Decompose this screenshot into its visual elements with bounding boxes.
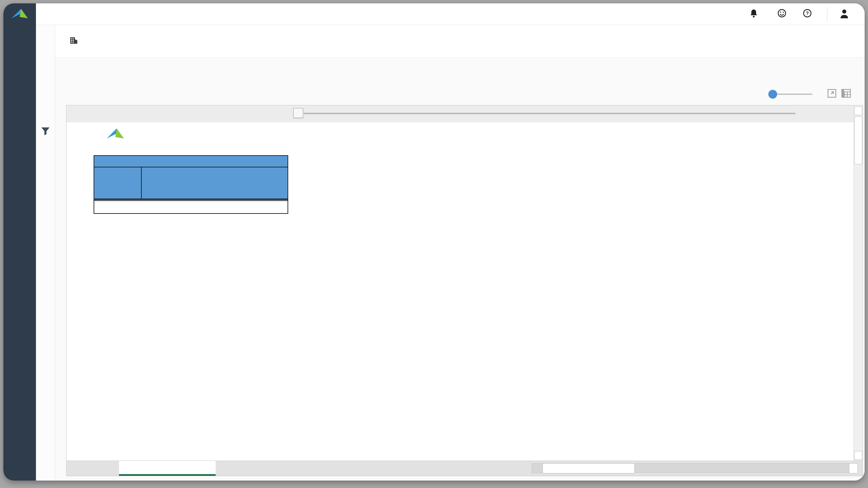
horizontal-scroll-thumb[interactable] (542, 463, 635, 473)
filter-funnel-icon[interactable] (41, 127, 50, 137)
report-ruler (66, 105, 863, 123)
vertical-scrollbar[interactable] (853, 105, 863, 461)
report-toolbar (55, 25, 865, 58)
scroll-down-icon[interactable] (854, 451, 862, 460)
parameters-panel-label (36, 43, 55, 121)
feedback-button[interactable] (777, 9, 789, 20)
data-source-selector[interactable] (69, 36, 86, 47)
scroll-up-icon[interactable] (854, 106, 862, 115)
user-avatar-icon (840, 8, 849, 20)
sheet-tab-bar (66, 461, 863, 476)
zoom-out-button[interactable] (293, 108, 303, 118)
top-bar: ? (36, 3, 865, 25)
smiley-icon (777, 9, 786, 20)
user-menu[interactable] (840, 8, 856, 20)
auto-refresh-knob[interactable] (768, 90, 777, 99)
help-icon: ? (803, 9, 812, 20)
summary-header (94, 156, 288, 167)
zoom-slider[interactable] (304, 113, 795, 114)
summary-grand-total (94, 199, 288, 213)
report-viewport (66, 105, 863, 476)
report-canvas (66, 122, 854, 461)
solver-logo-icon[interactable] (3, 3, 36, 24)
auto-refresh-control (768, 89, 851, 99)
summary-table (94, 155, 288, 214)
sidebar (3, 3, 36, 481)
auto-refresh-slider[interactable] (772, 94, 812, 95)
report-grid (141, 274, 848, 461)
solver-logo-icon (106, 128, 125, 140)
sheet-tab[interactable] (119, 461, 216, 476)
scroll-right-icon[interactable] (849, 463, 858, 473)
bell-icon (750, 9, 758, 20)
summary-col2-header (142, 167, 288, 199)
vertical-scroll-thumb[interactable] (854, 116, 862, 164)
svg-text:?: ? (806, 11, 809, 16)
grid-view-icon[interactable] (841, 89, 851, 99)
notifications-button[interactable] (750, 9, 764, 20)
topbar-actions: ? (741, 7, 856, 21)
maximize-icon[interactable] (827, 89, 836, 99)
summary-col1-header (94, 167, 142, 199)
parameters-panel (36, 25, 55, 481)
help-button[interactable]: ? (803, 9, 815, 20)
app-window: ? (3, 3, 865, 481)
main-area: ? (36, 3, 865, 481)
divider (827, 7, 827, 21)
report-logo (97, 128, 134, 140)
warehouse-icon (69, 36, 78, 47)
